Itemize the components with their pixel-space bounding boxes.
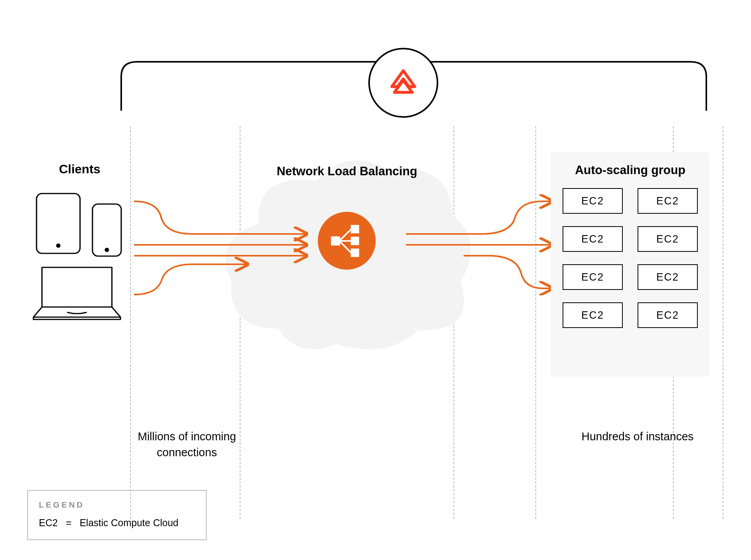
ec2-instance: EC2	[563, 264, 623, 290]
ec2-instance: EC2	[638, 302, 698, 328]
ec2-instance: EC2	[638, 264, 698, 290]
ec2-instance: EC2	[563, 226, 623, 252]
arrows-incoming	[134, 194, 313, 297]
asg-heading: Auto-scaling group	[563, 163, 698, 177]
divider-line	[723, 126, 723, 519]
brand-logo-circle	[368, 48, 438, 118]
svg-rect-10	[351, 249, 358, 256]
legend: LEGEND EC2 = Elastic Compute Cloud	[27, 490, 207, 540]
svg-line-7	[339, 241, 351, 253]
ec2-grid: EC2 EC2 EC2 EC2 EC2 EC2 EC2 EC2	[563, 188, 698, 328]
brand-logo-icon	[387, 67, 419, 99]
svg-rect-8	[351, 225, 358, 232]
svg-point-3	[105, 248, 108, 251]
svg-point-1	[57, 244, 60, 247]
client-devices	[29, 190, 125, 323]
svg-rect-4	[331, 237, 339, 245]
clients-heading: Clients	[35, 162, 124, 176]
arrows-outgoing	[406, 194, 558, 297]
ec2-instance: EC2	[638, 188, 698, 214]
nlb-heading: Network Load Balancing	[265, 163, 429, 180]
ec2-instance: EC2	[638, 226, 698, 252]
legend-abbr: EC2	[39, 517, 58, 528]
legend-title: LEGEND	[39, 500, 195, 509]
ec2-instance: EC2	[563, 302, 623, 328]
legend-eq: =	[66, 517, 71, 528]
caption-incoming: Millions of incoming connections	[127, 429, 247, 460]
legend-row: EC2 = Elastic Compute Cloud	[39, 517, 195, 529]
caption-instances: Hundreds of instances	[577, 429, 698, 445]
legend-full: Elastic Compute Cloud	[80, 517, 178, 528]
svg-rect-9	[351, 237, 358, 244]
svg-line-5	[339, 229, 351, 241]
diagram-canvas: Clients Network Load Balancing	[0, 0, 751, 560]
ec2-instance: EC2	[563, 188, 623, 214]
divider-line	[535, 126, 536, 519]
auto-scaling-group: Auto-scaling group EC2 EC2 EC2 EC2 EC2 E…	[551, 152, 709, 377]
load-balancer-icon	[318, 212, 376, 270]
